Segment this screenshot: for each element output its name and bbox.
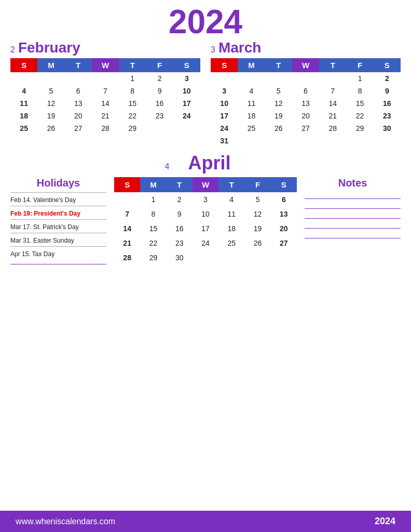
calendar-cell: 13 [65,97,92,110]
calendar-cell: 21 [92,110,119,122]
calendar-cell: 19 [37,110,64,122]
calendar-cell: 23 [374,110,401,122]
calendar-cell: 5 [265,85,292,97]
calendar-cell: 8 [140,207,166,221]
holiday-item: Mar 17. St. Patrick's Day [10,219,106,233]
apr-th-sun: S [114,177,140,192]
calendar-cell [10,72,37,85]
calendar-cell: 9 [146,85,173,97]
calendar-cell: 6 [292,85,319,97]
calendar-cell [319,135,346,147]
calendar-cell: 24 [211,122,238,135]
calendar-cell: 11 [10,97,37,110]
footer: www.wheniscalendars.com 2024 [0,511,411,532]
notes-title: Notes [305,177,401,189]
calendar-cell: 16 [146,97,173,110]
calendar-cell: 3 [211,85,238,97]
calendar-cell: 7 [319,85,346,97]
calendar-cell: 30 [374,122,401,135]
holiday-item: Feb 19: President's Day [10,206,106,219]
apr-grid: S M T W T F S 12345678910111213141516171… [114,177,297,265]
calendar-cell: 15 [119,97,146,110]
calendar-cell: 27 [271,236,297,250]
calendar-cell: 21 [319,110,346,122]
calendar-cell [146,122,173,135]
calendar-cell: 17 [193,221,218,236]
calendar-cell: 22 [346,110,373,122]
calendar-cell: 7 [114,207,140,221]
mar-th-fri: F [346,58,373,72]
apr-th-wed: W [193,177,218,192]
calendar-cell: 12 [244,207,270,221]
apr-th-mon: M [140,177,166,192]
calendar-cell: 28 [319,122,346,135]
calendar-cell: 18 [218,221,244,236]
calendar-cell [265,135,292,147]
calendar-cell: 2 [374,72,401,85]
calendar-cell: 3 [173,72,200,85]
calendar-cell: 10 [211,97,238,110]
calendar-cell: 26 [265,122,292,135]
calendar-cell: 5 [37,85,64,97]
calendar-cell: 25 [238,122,265,135]
apr-name: April [188,152,230,174]
calendar-cell: 18 [238,110,265,122]
calendar-cell: 20 [271,221,297,236]
apr-th-thu: T [218,177,244,192]
feb-th-thu: T [119,58,146,72]
calendar-cell: 6 [65,85,92,97]
calendar-cell [65,72,92,85]
calendar-cell: 24 [173,110,200,122]
mar-name: March [218,39,261,56]
feb-th-mon: M [37,58,64,72]
calendar-cell: 15 [346,97,373,110]
calendar-cell: 13 [292,97,319,110]
calendar-cell: 4 [218,192,244,207]
apr-th-sat: S [271,177,297,192]
note-line [305,238,401,238]
calendar-cell: 23 [167,236,193,250]
calendar-cell: 25 [218,236,244,250]
calendar-cell: 15 [140,221,166,236]
calendar-cell: 2 [146,72,173,85]
calendar-cell: 2 [167,192,193,207]
bottom-section: Holidays Feb 14. Valentine's DayFeb 19: … [10,177,401,506]
calendar-cell [292,135,319,147]
april-calendar-column: S M T W T F S 12345678910111213141516171… [112,177,299,265]
calendar-cell: 8 [119,85,146,97]
calendar-cell: 19 [265,110,292,122]
calendar-cell: 8 [346,85,373,97]
holidays-column: Holidays Feb 14. Valentine's DayFeb 19: … [10,177,112,264]
calendar-cell: 13 [271,207,297,221]
calendar-cell [238,135,265,147]
notes-column: Notes [299,177,401,241]
calendar-cell: 19 [244,221,270,236]
calendar-cell: 10 [193,207,218,221]
calendar-cell: 16 [374,97,401,110]
mar-th-wed: W [292,58,319,72]
calendar-cell: 5 [244,192,270,207]
calendar-cell: 29 [140,250,166,265]
calendar-cell [218,250,244,265]
footer-url: www.wheniscalendars.com [16,517,115,526]
mar-number: 3 [211,45,215,55]
calendar-cell: 3 [193,192,218,207]
calendar-cell: 25 [10,122,37,135]
calendar-cell: 26 [244,236,270,250]
feb-number: 2 [10,45,15,55]
calendar-cell [173,122,200,135]
note-line [305,218,401,219]
calendar-cell: 9 [374,85,401,97]
calendar-cell: 27 [65,122,92,135]
calendar-cell: 14 [114,221,140,236]
holiday-item: Feb 14. Valentine's Day [10,192,106,206]
calendar-cell: 28 [92,122,119,135]
apr-th-fri: F [244,177,270,192]
mar-th-sat: S [374,58,401,72]
calendar-cell: 29 [119,122,146,135]
feb-th-wed: W [92,58,119,72]
calendar-cell: 28 [114,250,140,265]
calendar-cell: 20 [65,110,92,122]
calendars-row: 2 February S M T W T F S 123456789101112… [10,39,401,147]
year-heading: 2024 [10,5,401,38]
